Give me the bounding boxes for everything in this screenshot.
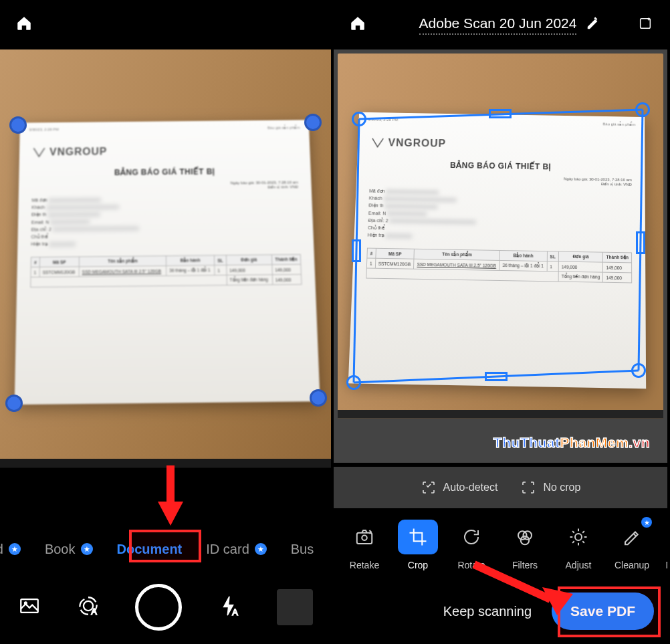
tool-retake[interactable]: Retake [338,520,391,570]
mode-whiteboard[interactable]: ard★ [0,542,21,557]
tool-crop[interactable]: Crop [391,520,445,570]
mode-business[interactable]: Bus [291,542,314,557]
crop-toolbar: Auto-detect No crop [334,467,667,508]
svg-point-15 [524,531,532,540]
keep-scanning-button[interactable]: Keep scanning [443,604,532,619]
customer-block: Mã đơn Khách Điện th Email: N Địa chỉ: 2… [17,189,314,253]
svg-text:A: A [233,607,239,617]
home-icon[interactable] [15,15,33,35]
crop-handle-tl[interactable] [9,116,27,134]
tool-adjust[interactable]: Adjust [552,520,605,570]
auto-detect-button[interactable]: Auto-detect [421,479,498,496]
right-topbar: Adobe Scan 20 Jun 2024 [334,0,667,49]
watermark: ThuThuatPhanMem.vn [493,435,650,451]
crop-viewport: 3/30/23, 2:28 PM Báo giá sản phẩm VNGROU… [334,49,667,463]
crop-handle-bl[interactable] [5,395,23,412]
svg-text:A: A [91,607,97,617]
paper-heading: BẢNG BÁO GIÁ THIẾT BỊ [19,166,311,178]
crop-corner-bl[interactable] [346,375,361,390]
crop-corner-tl[interactable] [352,112,366,126]
left-topbar [0,0,331,49]
crop-edge-right[interactable] [636,231,645,254]
shutter-button[interactable] [135,584,182,631]
camera-viewport: 3/30/23, 2:28 PM Báo giá sản phẩm VNGROU… [0,49,331,504]
capture-screen: 3/30/23, 2:28 PM Báo giá sản phẩm VNGROU… [0,0,334,644]
company-logo: VNGROUP [33,143,298,158]
recent-thumbnail[interactable] [277,589,313,625]
company-name: VNGROUP [49,146,107,158]
tool-cleanup[interactable]: ★ Cleanup [605,520,659,570]
home-icon[interactable] [348,15,367,35]
svg-point-1 [24,602,27,605]
mode-idcard[interactable]: ID card★ [206,542,266,557]
auto-capture-icon[interactable]: A [77,595,100,620]
paper-table: #Mã SP Tên sản phẩmBảo hành SLĐơn giá Th… [30,254,302,288]
svg-point-13 [362,536,367,541]
crop-edge-bottom[interactable] [485,372,508,381]
paper-table: #Mã SP Tên sản phẩmBảo hành SLĐơn giá Th… [366,248,632,284]
scanned-paper: 3/30/23, 2:28 PM Báo giá sản phẩm VNGROU… [348,112,646,389]
company-logo: VNGROUP [371,136,632,153]
no-crop-button[interactable]: No crop [520,479,580,496]
highlight-document [129,530,201,562]
crop-edge-top[interactable] [489,109,512,118]
tool-rotate[interactable]: Rotate [445,520,498,570]
svg-marker-6 [158,502,183,526]
enhance-icon[interactable] [638,16,653,33]
scanned-paper: 3/30/23, 2:28 PM Báo giá sản phẩm VNGROU… [15,120,320,405]
edit-tools: Retake Crop Rotate Filters Adjust ★ Clea… [334,511,667,579]
svg-rect-12 [357,533,372,544]
capture-bar: A A [0,570,331,644]
tool-filters[interactable]: Filters [498,520,552,570]
highlight-save-pdf [558,586,661,637]
gallery-icon[interactable] [18,595,41,620]
crop-handle-br[interactable] [310,389,327,407]
svg-point-17 [575,534,582,540]
mode-book[interactable]: Book★ [45,542,93,557]
crop-edge-left[interactable] [352,239,361,262]
paper-timestamp: 3/30/23, 2:28 PM [29,128,59,132]
crop-corner-tr[interactable] [635,102,650,117]
customer-block: Mã đơn Khách Điện th Email: N Địa chỉ: 2… [354,182,645,249]
document-title[interactable]: Adobe Scan 20 Jun 2024 [419,15,577,35]
crop-handle-tr[interactable] [304,114,322,131]
crop-corner-br[interactable] [631,363,646,378]
paper-doc-type: Báo giá sản phẩm [267,125,300,130]
edit-screen: Adobe Scan 20 Jun 2024 3/30/23, 2:28 PM … [334,0,667,644]
svg-point-16 [521,536,530,545]
rename-icon[interactable] [586,16,600,33]
tool-markup[interactable]: Marku [659,520,667,570]
flash-icon[interactable]: A [218,595,241,620]
